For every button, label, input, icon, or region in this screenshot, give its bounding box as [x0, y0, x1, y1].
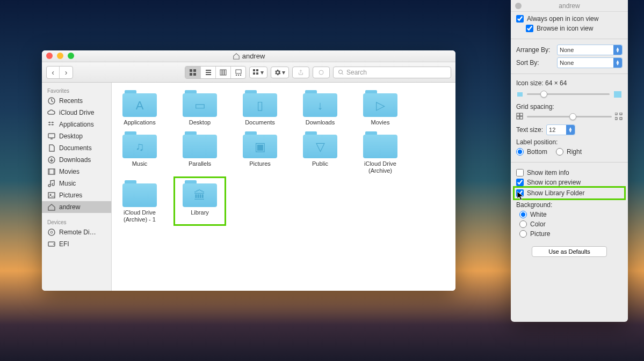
sidebar-label: Downloads: [59, 156, 91, 164]
folder-glyph: ▯: [257, 99, 263, 113]
content-area[interactable]: AApplications▭Desktop▯Documents↓Download…: [112, 83, 455, 291]
sidebar-item-remote-di-[interactable]: Remote Di…: [42, 226, 111, 238]
sidebar-item-recents[interactable]: Recents: [42, 95, 111, 107]
loose-grid-icon: [615, 113, 623, 120]
sidebar-label: EFI: [59, 240, 69, 248]
svg-rect-1: [193, 69, 196, 72]
text-size-select[interactable]: 12▲▼: [546, 124, 575, 135]
folder-documents[interactable]: ▯Documents: [236, 89, 284, 126]
search-input[interactable]: Search: [333, 67, 451, 78]
sort-by-select[interactable]: None▲▼: [557, 57, 623, 68]
traffic-lights: [46, 53, 74, 59]
sidebar-label: Movies: [59, 168, 79, 175]
share-button[interactable]: [292, 67, 309, 78]
sidebar-item-documents[interactable]: Documents: [42, 142, 111, 154]
folder-parallels[interactable]: Parallels: [176, 130, 223, 174]
show-icon-preview-checkbox[interactable]: [516, 179, 524, 186]
svg-point-30: [48, 229, 55, 235]
svg-rect-39: [520, 116, 523, 119]
show-icon-preview-label: Show icon preview: [527, 179, 581, 186]
pictures-icon: [47, 191, 56, 200]
svg-rect-0: [190, 69, 192, 72]
action-menu[interactable]: ▾: [271, 67, 289, 78]
grid-spacing-slider[interactable]: [516, 113, 623, 120]
folder-public[interactable]: ▽Public: [296, 130, 344, 174]
folder-desktop[interactable]: ▭Desktop: [176, 89, 223, 126]
tag-icon: [318, 69, 324, 76]
folder-music[interactable]: ♫Music: [116, 130, 163, 174]
sidebar-item-efi[interactable]: EFI: [42, 238, 111, 250]
sidebar-label: andrew: [59, 203, 80, 211]
icon-size-slider[interactable]: [516, 89, 623, 99]
folder-icloud-drive-archive-1[interactable]: iCloud Drive (Archive) - 1: [116, 179, 163, 223]
svg-rect-17: [256, 72, 258, 75]
folder-icon: [363, 130, 397, 158]
sidebar-item-movies[interactable]: Movies: [42, 166, 111, 178]
tight-grid-icon: [516, 113, 524, 120]
arrange-menu[interactable]: ▾: [249, 67, 267, 78]
show-item-info-checkbox[interactable]: [516, 169, 524, 176]
sidebar-item-icloud-drive[interactable]: iCloud Drive: [42, 107, 111, 119]
folder-applications[interactable]: AApplications: [116, 89, 163, 126]
folder-label: Movies: [371, 119, 390, 126]
column-view-button[interactable]: [215, 67, 230, 78]
show-library-label: Show Library Folder: [527, 189, 584, 197]
folder-library[interactable]: 🏛Library: [176, 179, 223, 223]
icon-view-button[interactable]: [185, 67, 200, 78]
back-button[interactable]: ‹: [47, 67, 60, 78]
label-bottom: Bottom: [527, 148, 547, 156]
sidebar-label: Documents: [59, 144, 92, 152]
svg-point-31: [50, 231, 53, 233]
close-button[interactable]: [515, 3, 522, 9]
tags-button[interactable]: [313, 67, 330, 78]
text-size-value: 12: [549, 127, 555, 133]
titlebar[interactable]: andrew: [42, 50, 455, 62]
folder-movies[interactable]: ▷Movies: [357, 89, 404, 126]
view-segmented: [185, 66, 246, 79]
svg-rect-34: [517, 92, 523, 97]
bg-color-radio[interactable]: [519, 220, 527, 228]
svg-rect-14: [253, 69, 255, 71]
sidebar-item-applications[interactable]: Applications: [42, 119, 111, 130]
folder-icon: ▯: [243, 89, 277, 117]
label-bottom-radio[interactable]: [516, 148, 524, 156]
sidebar-item-andrew[interactable]: andrew: [42, 201, 111, 213]
svg-rect-42: [615, 117, 617, 120]
home-icon: [47, 203, 56, 211]
body-area: Favorites RecentsiCloud DriveApplication…: [42, 83, 455, 291]
list-view-button[interactable]: [200, 67, 215, 78]
sidebar-label: Remote Di…: [59, 229, 96, 236]
zoom-button[interactable]: [68, 53, 74, 59]
sidebar-item-pictures[interactable]: Pictures: [42, 189, 111, 201]
view-options-window: andrew Always open in icon view Browse i…: [511, 0, 628, 322]
folder-glyph: 🏛: [194, 189, 206, 203]
sidebar-item-downloads[interactable]: Downloads: [42, 154, 111, 166]
always-open-checkbox[interactable]: [516, 15, 524, 23]
view-options-titlebar[interactable]: andrew: [511, 0, 628, 12]
sidebar-label: Desktop: [59, 132, 83, 140]
arrange-by-select[interactable]: None▲▼: [557, 45, 623, 55]
svg-rect-16: [253, 72, 255, 75]
forward-button[interactable]: ›: [60, 67, 73, 78]
gallery-view-button[interactable]: [230, 67, 245, 78]
gallery-icon: [235, 69, 242, 76]
sidebar-item-desktop[interactable]: Desktop: [42, 130, 111, 142]
browse-checkbox[interactable]: [526, 25, 533, 32]
bg-white-radio[interactable]: [519, 211, 527, 218]
minimize-button[interactable]: [57, 53, 63, 59]
folder-icloud-drive-archive-[interactable]: iCloud Drive (Archive): [357, 130, 404, 174]
folder-label: iCloud Drive (Archive): [357, 160, 404, 174]
svg-rect-2: [190, 73, 192, 76]
close-button[interactable]: [46, 53, 53, 59]
sidebar-item-music[interactable]: Music: [42, 178, 111, 189]
use-defaults-button[interactable]: Use as Defaults: [532, 246, 607, 257]
folder-icon: ▷: [363, 89, 397, 117]
label-right-radio[interactable]: [556, 148, 563, 156]
folder-downloads[interactable]: ↓Downloads: [296, 89, 344, 126]
folder-icon: [122, 179, 157, 207]
sidebar: Favorites RecentsiCloud DriveApplication…: [42, 83, 112, 291]
bg-picture-radio[interactable]: [519, 230, 527, 238]
folder-pictures[interactable]: ▣Pictures: [236, 130, 284, 174]
view-options-title: andrew: [559, 2, 580, 10]
svg-rect-10: [236, 70, 241, 73]
